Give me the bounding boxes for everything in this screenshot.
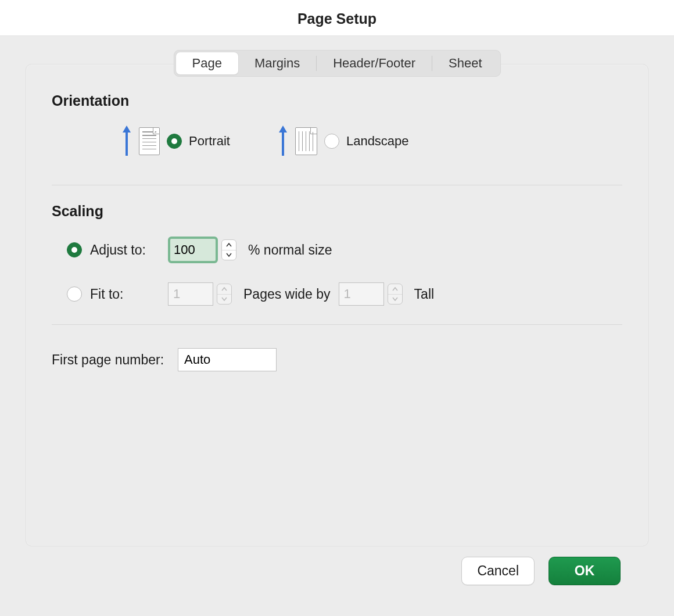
fit-to-label: Fit to:: [90, 286, 160, 302]
stepper-up-icon[interactable]: [222, 240, 236, 250]
dialog-footer: Cancel OK: [26, 546, 648, 600]
first-page-row: First page number:: [52, 348, 622, 371]
pages-wide-by-label: Pages wide by: [243, 286, 331, 302]
adjust-to-row: Adjust to: % normal: [67, 236, 622, 264]
tabs: Page Margins Header/Footer Sheet: [174, 50, 501, 77]
adjust-suffix: % normal size: [248, 242, 332, 258]
tab-margins[interactable]: Margins: [238, 52, 316, 74]
dialog-title: Page Setup: [0, 10, 674, 27]
orientation-portrait-group: Portrait: [121, 126, 230, 157]
fit-wide-input-wrap: [168, 282, 232, 306]
orientation-landscape-group: Landscape: [278, 126, 409, 157]
scaling-rows: Adjust to: % normal: [52, 236, 622, 308]
svg-marker-1: [123, 126, 131, 132]
fit-tall-stepper[interactable]: [388, 284, 403, 305]
stepper-up-icon[interactable]: [388, 284, 402, 294]
up-arrow-icon: [121, 126, 132, 157]
fit-tall-input[interactable]: [339, 282, 384, 306]
orientation-section-title: Orientation: [52, 92, 622, 109]
tab-sheet[interactable]: Sheet: [432, 52, 499, 74]
stepper-down-icon[interactable]: [222, 250, 236, 260]
fit-to-radio[interactable]: [67, 286, 82, 302]
portrait-page-icon: [139, 127, 160, 155]
stepper-up-icon[interactable]: [217, 284, 231, 294]
first-page-number-input[interactable]: [178, 348, 277, 371]
orientation-row: Portrait Landscape: [52, 126, 622, 157]
divider: [52, 185, 622, 185]
up-arrow-icon: [278, 126, 288, 157]
svg-marker-3: [279, 126, 287, 132]
divider: [52, 324, 622, 325]
page-setup-dialog: Page Setup Page Margins Header/Footer Sh…: [0, 0, 674, 616]
tab-panel: Orientation Portrait: [26, 64, 648, 546]
portrait-label: Portrait: [189, 134, 230, 149]
tab-page[interactable]: Page: [176, 52, 238, 74]
landscape-label: Landscape: [346, 134, 409, 149]
fit-tall-input-wrap: [339, 282, 403, 306]
tall-label: Tall: [414, 286, 435, 302]
adjust-to-label: Adjust to:: [90, 242, 160, 258]
cancel-button[interactable]: Cancel: [461, 557, 535, 585]
fit-to-row: Fit to: Pages wide b: [67, 280, 622, 308]
tab-header-footer[interactable]: Header/Footer: [317, 52, 432, 74]
stepper-down-icon[interactable]: [217, 295, 231, 305]
fit-wide-stepper[interactable]: [217, 284, 232, 305]
portrait-radio[interactable]: [167, 134, 182, 149]
content-area: Page Margins Header/Footer Sheet Orienta…: [0, 36, 674, 616]
first-page-number-label: First page number:: [52, 352, 164, 368]
scaling-section-title: Scaling: [52, 203, 622, 220]
landscape-page-icon: [295, 127, 317, 155]
adjust-input-wrap: [168, 237, 236, 263]
ok-button[interactable]: OK: [548, 557, 621, 585]
adjust-to-input[interactable]: [168, 237, 218, 263]
title-bar: Page Setup: [0, 0, 674, 36]
adjust-stepper[interactable]: [221, 239, 236, 260]
adjust-to-radio[interactable]: [67, 242, 82, 257]
landscape-radio[interactable]: [324, 134, 339, 149]
fit-wide-input[interactable]: [168, 282, 213, 306]
stepper-down-icon[interactable]: [388, 295, 402, 305]
